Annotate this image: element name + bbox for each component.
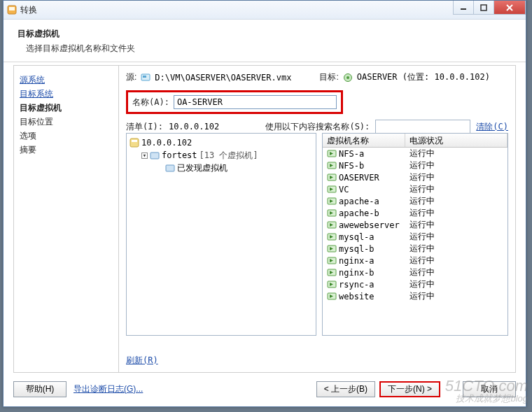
wizard-header: 目标虚拟机 选择目标虚拟机名称和文件夹 <box>4 20 526 62</box>
vm-power: 运行中 <box>405 290 507 302</box>
page-subtitle: 选择目标虚拟机名称和文件夹 <box>26 43 516 55</box>
vm-running-icon <box>327 244 337 254</box>
vm-power: 运行中 <box>405 148 507 159</box>
vm-name: rsync-a <box>339 280 374 290</box>
vm-name: NFS-a <box>339 149 364 159</box>
target-label: 目标: <box>319 71 338 83</box>
vm-running-icon <box>327 197 337 206</box>
step-summary: 摘要 <box>20 143 113 157</box>
name-label: 名称(A): <box>132 97 169 108</box>
host-icon <box>130 138 139 148</box>
vm-running-icon <box>327 292 337 301</box>
source-target-row: 源: D:\VM\OASERVER\OASERVER.vmx 目标: OASER… <box>126 71 508 83</box>
vm-running-icon <box>327 208 337 218</box>
vm-running-icon <box>327 220 337 230</box>
list-item[interactable]: website运行中 <box>323 290 507 302</box>
export-log-link[interactable]: 导出诊断日志(G)... <box>74 383 143 395</box>
col-vm-name[interactable]: 虚拟机名称 <box>323 134 405 147</box>
vm-name: awewebserver <box>339 220 400 230</box>
list-item[interactable]: OASERVER运行中 <box>323 171 507 183</box>
listview-header: 虚拟机名称 电源状况 <box>323 134 507 148</box>
list-item[interactable]: awewebserver运行中 <box>323 219 507 231</box>
list-item[interactable]: apache-b运行中 <box>323 207 507 219</box>
refresh-link[interactable]: 刷新(R) <box>126 355 158 367</box>
list-item[interactable]: NFS-b运行中 <box>323 159 507 171</box>
tree-folder-count: [13 个虚拟机] <box>200 150 258 162</box>
vm-running-icon <box>327 161 337 171</box>
dialog-window: 转换 目标虚拟机 选择目标虚拟机名称和文件夹 源系统 目标系统 目标虚拟机 目标… <box>3 0 526 407</box>
svg-point-9 <box>346 76 349 79</box>
tree-root[interactable]: 10.0.0.102 <box>130 136 313 149</box>
list-item[interactable]: apache-a运行中 <box>323 195 507 207</box>
col-power-state[interactable]: 电源状况 <box>405 134 507 147</box>
vm-name: mysql-a <box>339 232 374 242</box>
svg-rect-1 <box>9 7 15 10</box>
list-item[interactable]: mysql-b运行中 <box>323 243 507 255</box>
source-label: 源: <box>126 71 136 83</box>
list-item[interactable]: VC运行中 <box>323 183 507 195</box>
svg-rect-10 <box>130 138 139 147</box>
vm-running-icon <box>327 280 337 290</box>
help-button[interactable]: 帮助(H) <box>13 381 66 397</box>
vm-power: 运行中 <box>405 183 507 195</box>
minimize-button[interactable] <box>453 1 474 15</box>
collapse-icon[interactable]: ▾ <box>141 152 148 159</box>
cancel-button[interactable]: 取消 <box>463 381 516 397</box>
vm-running-icon <box>327 268 337 278</box>
vm-file-icon <box>141 73 150 83</box>
vm-power: 运行中 <box>405 195 507 207</box>
vm-running-icon <box>327 256 337 266</box>
name-input[interactable] <box>174 95 337 109</box>
vm-name: apache-a <box>339 197 379 206</box>
vm-running-icon <box>327 232 337 242</box>
wizard-body: 源系统 目标系统 目标虚拟机 目标位置 选项 摘要 源: D:\VM\OASER… <box>13 65 516 373</box>
list-item[interactable]: nginx-b运行中 <box>323 267 507 278</box>
vm-running-icon <box>327 173 337 183</box>
svg-rect-13 <box>166 165 174 171</box>
clear-link[interactable]: 清除(C) <box>476 121 508 133</box>
vm-power: 运行中 <box>405 267 507 278</box>
vm-name: mysql-b <box>339 244 374 254</box>
tree-found[interactable]: 已发现虚拟机 <box>130 162 313 174</box>
inventory-value: 10.0.0.102 <box>169 122 219 132</box>
vm-power: 运行中 <box>405 231 507 243</box>
app-icon <box>6 4 18 15</box>
step-options: 选项 <box>20 129 113 143</box>
source-path: D:\VM\OASERVER\OASERVER.vmx <box>155 73 291 83</box>
inventory-search-row: 清单(I): 10.0.0.102 使用以下内容搜索名称(S): 清除(C) <box>126 120 508 134</box>
close-button[interactable] <box>493 1 526 15</box>
search-input[interactable] <box>375 120 470 134</box>
page-title: 目标虚拟机 <box>18 28 516 40</box>
tree-folder-label: fortest <box>162 150 197 160</box>
list-item[interactable]: rsync-a运行中 <box>323 278 507 290</box>
window-title: 转换 <box>20 4 37 16</box>
content-pane: 源: D:\VM\OASERVER\OASERVER.vmx 目标: OASER… <box>119 66 515 372</box>
vm-name: NFS-b <box>339 161 364 171</box>
step-target-system[interactable]: 目标系统 <box>20 87 113 101</box>
vm-name: OASERVER <box>339 173 379 183</box>
step-source-system[interactable]: 源系统 <box>20 73 113 87</box>
svg-rect-12 <box>150 152 159 159</box>
vm-listview[interactable]: 虚拟机名称 电源状况 NFS-a运行中NFS-b运行中OASERVER运行中VC… <box>322 133 508 336</box>
vm-running-icon <box>327 185 337 194</box>
vm-power: 运行中 <box>405 171 507 183</box>
svg-rect-11 <box>132 140 137 142</box>
step-target-location: 目标位置 <box>20 115 113 129</box>
list-item[interactable]: NFS-a运行中 <box>323 148 507 159</box>
tree-folder[interactable]: ▾ fortest [13 个虚拟机] <box>130 149 313 162</box>
next-button[interactable]: 下一步(N) > <box>379 381 440 397</box>
tree-root-label: 10.0.0.102 <box>141 138 192 148</box>
back-button[interactable]: < 上一步(B) <box>316 381 375 397</box>
maximize-button[interactable] <box>473 1 494 15</box>
inventory-label: 清单(I): <box>126 121 163 133</box>
target-value: OASERVER (位置: 10.0.0.102) <box>357 71 490 83</box>
list-item[interactable]: nginx-a运行中 <box>323 255 507 267</box>
inventory-tree[interactable]: 10.0.0.102 ▾ fortest [13 个虚拟机] 已 <box>126 133 316 336</box>
svg-rect-7 <box>143 76 146 78</box>
vm-power: 运行中 <box>405 243 507 255</box>
list-item[interactable]: mysql-a运行中 <box>323 231 507 243</box>
vm-power: 运行中 <box>405 159 507 171</box>
tree-found-label: 已发现虚拟机 <box>177 162 227 174</box>
vm-power: 运行中 <box>405 219 507 231</box>
wizard-steps: 源系统 目标系统 目标虚拟机 目标位置 选项 摘要 <box>14 66 119 372</box>
